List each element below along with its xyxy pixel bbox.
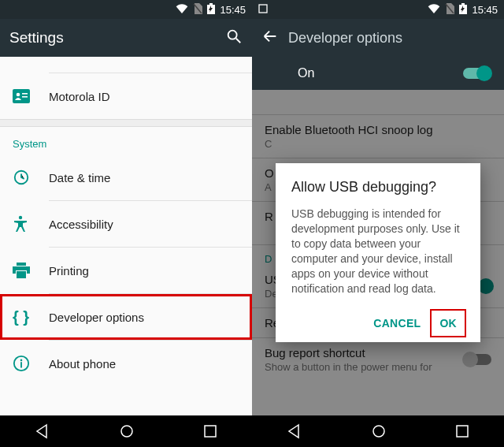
toggle-label: On — [298, 66, 314, 80]
braces-icon: { } — [13, 308, 49, 326]
svg-rect-4 — [22, 93, 28, 95]
item-label: Accessibility — [49, 218, 113, 231]
clock-icon — [13, 169, 49, 186]
svg-rect-15 — [457, 426, 468, 437]
item-label: Developer options — [49, 311, 144, 324]
developer-options-list[interactable]: Enable Bluetooth HCI snoop log C O A R D… — [252, 90, 504, 415]
usb-debugging-dialog: Allow USB debugging? USB debugging is in… — [276, 163, 480, 341]
item-label: Date & time — [49, 171, 110, 184]
ok-button[interactable]: OK — [432, 311, 465, 336]
item-date-time[interactable]: Date & time — [0, 155, 252, 200]
wifi-icon — [176, 4, 188, 16]
nav-home-icon[interactable] — [371, 423, 387, 439]
id-card-icon — [13, 89, 49, 103]
svg-point-3 — [17, 93, 20, 97]
accessibility-icon — [13, 215, 49, 233]
item-about-phone[interactable]: About phone — [0, 341, 252, 386]
no-sim-icon — [193, 3, 202, 17]
status-bar: 15:45 — [0, 0, 252, 19]
nav-bar — [0, 415, 252, 447]
cancel-button[interactable]: CANCEL — [365, 311, 428, 336]
printer-icon — [13, 263, 49, 278]
svg-point-7 — [19, 216, 22, 219]
status-time: 15:45 — [472, 4, 498, 16]
app-bar: Developer options — [252, 19, 504, 57]
svg-point-14 — [373, 426, 384, 437]
page-title: Settings — [9, 29, 225, 47]
nav-recents-icon[interactable] — [203, 424, 217, 438]
toggle-switch-icon[interactable] — [463, 68, 490, 79]
screenshot-icon — [258, 4, 268, 16]
nav-recents-icon[interactable] — [455, 424, 469, 438]
phone-left-settings: 15:45 Settings Motorola ID System — [0, 0, 252, 447]
search-icon[interactable] — [225, 28, 243, 49]
phone-right-developer-options: 15:45 Developer options On Enable Blueto… — [252, 0, 504, 447]
battery-charging-icon — [459, 3, 467, 17]
dialog-body: USB debugging is intended for developmen… — [291, 207, 465, 296]
svg-rect-13 — [259, 5, 267, 13]
item-label: Motorola ID — [49, 90, 110, 103]
svg-rect-5 — [22, 96, 28, 98]
settings-list[interactable]: Motorola ID System Date & time Accessibi… — [0, 57, 252, 415]
nav-home-icon[interactable] — [119, 423, 135, 439]
status-bar: 15:45 — [252, 0, 504, 19]
item-printing[interactable]: Printing — [0, 248, 252, 293]
nav-back-icon[interactable] — [35, 423, 50, 439]
wifi-icon — [428, 4, 440, 16]
back-arrow-icon[interactable] — [261, 28, 279, 49]
modal-scrim[interactable]: Allow USB debugging? USB debugging is in… — [252, 90, 504, 415]
item-developer-options[interactable]: { } Developer options — [0, 294, 252, 340]
svg-point-11 — [121, 426, 132, 437]
app-bar: Settings — [0, 19, 252, 57]
svg-point-9 — [20, 359, 23, 362]
item-motorola-id[interactable]: Motorola ID — [0, 73, 252, 119]
svg-rect-12 — [205, 426, 216, 437]
nav-back-icon[interactable] — [287, 423, 302, 439]
svg-point-0 — [228, 30, 237, 39]
dual-screenshot: 15:45 Settings Motorola ID System — [0, 0, 504, 447]
page-title: Developer options — [288, 30, 402, 47]
svg-rect-10 — [20, 362, 22, 367]
item-label: About phone — [49, 357, 116, 371]
item-accessibility[interactable]: Accessibility — [0, 201, 252, 247]
section-header-system: System — [0, 127, 252, 155]
item-label: Printing — [49, 264, 89, 278]
nav-bar — [252, 415, 504, 447]
svg-line-1 — [236, 38, 241, 43]
status-time: 15:45 — [220, 4, 246, 16]
dialog-actions: CANCEL OK — [291, 311, 465, 336]
no-sim-icon — [445, 3, 454, 17]
dialog-title: Allow USB debugging? — [291, 179, 465, 196]
battery-charging-icon — [207, 3, 215, 17]
info-icon — [13, 355, 49, 372]
master-toggle-row[interactable]: On — [252, 57, 504, 90]
